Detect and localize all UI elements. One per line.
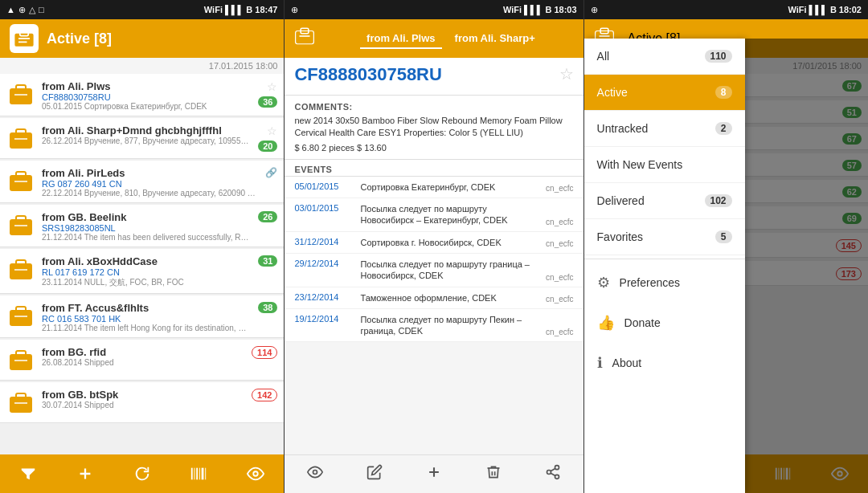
date-header-1: 17.01.2015 18:00 [0,58,284,74]
status-bar-2: ⊕ WiFi ▌▌▌ B 18:03 [285,0,583,19]
drawer-item-favorites[interactable]: Favorites 5 [584,219,745,255]
package-tracking: RG 087 260 491 CN [42,179,259,189]
package-right: 38 [258,302,277,313]
status-bar-1: ▲ ⊕ △ □ WiFi ▌▌▌ B 18:47 [0,0,284,19]
star-icon[interactable]: ☆ [267,124,277,137]
drawer-item-all[interactable]: All 110 [584,39,745,75]
drawer-label-active: Active [597,86,628,99]
package-details: 26.08.2014 Shipped [42,358,245,367]
package-right: 🔗 [265,167,277,178]
event-item: 23/12/2014 Таможенное оформление, CDEK c… [285,287,583,309]
signal-icon: ▌▌▌ [225,5,244,14]
event-item: 05/01/2015 Сортировка Екатеринбург, CDEK… [285,177,583,198]
status-left-2: ⊕ [291,5,298,15]
event-item: 31/12/2014 Сортировка г. Новосибирск, CD… [285,232,583,254]
event-desc: Посылка следует по маршруту Новосибирск … [360,203,538,226]
wifi-icon: WiFi [204,5,223,14]
events-section[interactable]: EVENTS 05/01/2015 Сортировка Екатеринбур… [285,160,583,454]
list-item[interactable]: from GB. Beelink SRS198283085NL 21.12.20… [0,205,284,247]
panel-drawer: ⊕ WiFi ▌▌▌ B 18:02 Active [8] 17/01/2015… [584,0,868,493]
package-icon [6,124,35,153]
comment-text: new 2014 30x50 Bamboo Fiber Slow Rebound… [294,115,573,140]
donate-icon: 👍 [597,314,615,332]
svg-rect-32 [202,468,204,480]
svg-rect-31 [199,468,200,480]
add-button-2[interactable] [420,458,448,491]
header-bar-2: from Ali. Plws from Ali. Sharp+ [285,19,583,58]
filter-button[interactable] [13,458,43,489]
detail-star[interactable]: ☆ [559,64,574,84]
drawer-item-delivered[interactable]: Delivered 102 [584,183,745,219]
event-source: cn_ecfc [546,273,573,282]
star-icon[interactable]: ☆ [267,80,277,93]
visibility-button[interactable] [240,458,271,489]
event-date: 29/12/2014 [294,259,352,282]
package-right: 114 [252,346,277,359]
package-info: from GB. Beelink SRS198283085NL 21.12.20… [42,211,252,242]
event-desc: Сортировка Екатеринбург, CDEK [360,181,538,193]
drawer-item-untracked[interactable]: Untracked 2 [584,111,745,147]
refresh-button[interactable] [127,458,158,489]
drawer-badge-active: 8 [715,86,732,99]
tab-sharp[interactable]: from Ali. Sharp+ [448,29,542,49]
list-item[interactable]: from Ali. Plws CF888030758RU 05.01.2015 … [0,74,284,116]
about-label: About [612,357,642,369]
package-title: from Ali. xBoxHddCase [42,255,252,267]
list-item[interactable]: from Ali. xBoxHddCase RL 017 619 172 CN … [0,249,284,294]
drawer-item-active[interactable]: Active 8 [584,75,745,111]
drawer-badge-untracked: 2 [715,122,732,135]
status-bar-3: ⊕ WiFi ▌▌▌ B 18:02 [584,0,868,19]
tab-plws[interactable]: from Ali. Plws [360,29,441,49]
package-details: 05.01.2015 Сортировка Екатеринбург, CDEK [42,102,252,111]
count-badge: 20 [258,141,277,152]
list-item[interactable]: from BG. rfid 26.08.2014 Shipped 114 [0,340,284,381]
drawer-action-preferences[interactable]: ⚙ Preferences [584,263,745,303]
panel-detail: ⊕ WiFi ▌▌▌ B 18:03 from Ali. Plws from A… [285,0,583,493]
drawer-action-donate[interactable]: 👍 Donate [584,303,745,343]
package-right: 142 [252,389,277,401]
svg-point-38 [313,471,317,475]
event-desc: Таможенное оформление, CDEK [360,292,538,304]
bottom-bar-1 [0,454,284,493]
package-icon [6,346,35,375]
barcode-button[interactable] [183,458,214,489]
delete-button[interactable] [479,458,508,491]
package-tracking: SRS198283085NL [42,223,252,233]
package-list[interactable]: 17.01.2015 18:00 from Ali. Plws CF888030… [0,58,284,454]
list-item[interactable]: from GB. btSpk 30.07.2014 Shipped 142 [0,382,284,423]
edit-button[interactable] [360,458,389,491]
alert-icon: △ [29,5,35,15]
package-icon [6,389,35,418]
navigation-drawer: All 110 Active 8 Untracked 2 With New Ev… [584,39,745,493]
drawer-dimmer[interactable] [745,39,868,493]
package-details: 21.12.2014 The item has been delivered s… [42,233,252,242]
eye-button-2[interactable] [301,458,330,491]
drawer-label-all: All [597,50,610,63]
event-date: 03/01/2015 [294,203,352,226]
add-button[interactable] [70,458,100,489]
event-date: 23/12/2014 [294,292,352,304]
package-title: from Ali. PirLeds [42,167,259,179]
package-icon [6,80,35,109]
list-item[interactable]: from Ali. Sharp+Dmnd ghcbhghjfffhl 26.12… [0,118,284,159]
drawer-item-new-events[interactable]: With New Events [584,147,745,183]
count-badge-red: 142 [252,389,277,401]
package-details: 30.07.2014 Shipped [42,401,245,409]
package-title: from GB. btSpk [42,389,245,401]
status-right-3: WiFi ▌▌▌ B 18:02 [788,5,862,14]
link-icon: 🔗 [265,167,277,178]
list-item[interactable]: from Ali. PirLeds RG 087 260 491 CN 22.1… [0,161,284,203]
event-source: cn_ecfc [546,295,573,304]
package-title: from GB. Beelink [42,211,252,223]
list-item[interactable]: from FT. Accus&flhIts RC 016 583 701 HK … [0,295,284,338]
share-button[interactable] [538,458,567,491]
panel1-title: Active [8] [47,31,112,47]
drawer-label-delivered: Delivered [597,194,645,207]
price-line: $ 6.80 2 pieces $ 13.60 [294,143,573,153]
count-badge: 38 [258,302,277,313]
package-details: 22.12.2014 Вручение, 810, Вручение адрес… [42,189,259,198]
package-info: from Ali. xBoxHddCase RL 017 619 172 CN … [42,255,252,288]
drawer-label-untracked: Untracked [597,122,649,135]
svg-rect-30 [197,468,199,480]
drawer-action-about[interactable]: ℹ About [584,343,745,383]
